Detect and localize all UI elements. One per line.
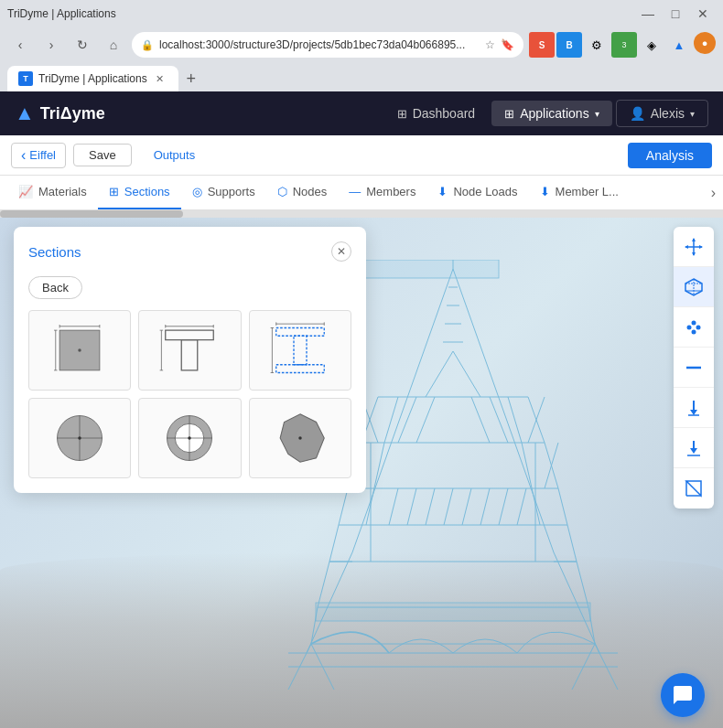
download-icon (684, 438, 704, 458)
section-card-square[interactable] (28, 310, 131, 391)
address-bar[interactable]: 🔒 localhost:3000/structure3D/projects/5d… (132, 32, 523, 58)
section-card-custom[interactable] (249, 398, 351, 478)
sections-label: Sections (124, 185, 170, 198)
minimize-button[interactable]: — (635, 4, 661, 24)
svg-line-15 (339, 488, 348, 525)
dashboard-icon: ⊞ (397, 107, 407, 121)
svg-point-111 (692, 329, 696, 334)
svg-rect-78 (276, 328, 325, 337)
reload-button[interactable]: ↻ (70, 32, 95, 58)
line-tool-button[interactable] (674, 348, 714, 388)
tab-close-button[interactable]: ✕ (153, 71, 167, 86)
project-name: Eiffel (29, 148, 56, 162)
back-nav-button[interactable]: ‹ (7, 32, 33, 58)
user-icon: 👤 (630, 106, 645, 121)
applications-nav-btn[interactable]: ⊞ Applications ▾ (491, 101, 612, 126)
extension-icon-6[interactable]: ▲ (666, 32, 692, 58)
extension-icon-2[interactable]: B (556, 32, 582, 58)
tab-materials[interactable]: 📈 Materials (7, 176, 98, 209)
tabs-scroll-right[interactable]: › (711, 185, 716, 201)
circle-shape-svg (48, 406, 112, 470)
panel-header: Sections ✕ (28, 241, 351, 262)
section-card-t[interactable] (138, 310, 241, 391)
tab-favicon: T (18, 71, 33, 86)
materials-label: Materials (38, 185, 87, 198)
project-back-btn[interactable]: ‹ Eiffel (11, 143, 66, 168)
extension-icon-1[interactable]: S (529, 32, 555, 58)
svg-line-52 (426, 488, 435, 525)
bookmark-icon[interactable]: 🔖 (501, 38, 514, 51)
save-button[interactable]: Save (73, 144, 132, 166)
svg-line-0 (352, 269, 453, 552)
i-shape-svg (268, 318, 332, 382)
panel-close-button[interactable]: ✕ (331, 241, 351, 262)
panel-back-button[interactable]: Back (28, 276, 82, 299)
extension-icon-7[interactable]: ● (694, 32, 716, 54)
svg-line-57 (517, 488, 526, 525)
new-tab-button[interactable]: + (178, 66, 204, 91)
app-logo: ▲ TriΔyme (15, 102, 105, 125)
svg-point-108 (687, 325, 692, 329)
download-button[interactable] (674, 428, 714, 468)
hollow-circle-shape-svg (157, 406, 221, 470)
load-down-button[interactable] (674, 388, 714, 428)
address-icons: ☆ 🔖 (485, 38, 514, 51)
section-view-button[interactable] (674, 468, 714, 509)
tab-nodes[interactable]: ⬡ Nodes (266, 176, 339, 209)
home-button[interactable]: ⌂ (101, 32, 126, 58)
analysis-button[interactable]: Analysis (628, 143, 712, 168)
svg-line-54 (462, 488, 471, 525)
move-tool-icon (684, 237, 704, 257)
svg-rect-71 (182, 340, 199, 370)
user-nav-btn[interactable]: 👤 Alexis ▾ (616, 100, 708, 127)
forward-nav-button[interactable]: › (38, 32, 64, 58)
tab-members[interactable]: — Members (338, 176, 426, 209)
outputs-button[interactable]: Outputs (139, 145, 210, 166)
svg-point-69 (78, 348, 81, 352)
dashboard-nav-btn[interactable]: ⊞ Dashboard (384, 101, 489, 126)
right-toolbar (674, 227, 714, 509)
member-loads-label: Member L... (556, 185, 619, 198)
tab-node-loads[interactable]: ⬇ Node Loads (426, 176, 528, 209)
tabs-bar: 📈 Materials ⊞ Sections ◎ Supports ⬡ Node… (0, 176, 723, 210)
svg-line-16 (329, 525, 339, 562)
section-card-hollow-circle[interactable] (138, 398, 241, 478)
points-tool-button[interactable] (674, 307, 714, 348)
extension-icon-4[interactable]: 3 (611, 32, 637, 58)
svg-rect-80 (276, 365, 325, 373)
svg-marker-103 (699, 245, 703, 249)
maximize-button[interactable]: □ (663, 4, 688, 24)
supports-label: Supports (208, 185, 255, 198)
svg-line-2 (453, 269, 554, 552)
svg-marker-100 (692, 238, 696, 241)
active-tab[interactable]: T TriDyme | Applications ✕ (7, 66, 178, 91)
svg-line-23 (558, 488, 567, 525)
chat-button[interactable] (661, 673, 705, 717)
extension-icon-5[interactable]: ◈ (639, 32, 664, 58)
chat-icon (672, 684, 694, 706)
tab-member-loads[interactable]: ⬇ Member L... (529, 176, 630, 209)
section-view-icon (684, 478, 704, 498)
panel-title: Sections (28, 244, 81, 260)
tab-supports[interactable]: ◎ Supports (181, 176, 266, 209)
section-card-circle[interactable] (28, 398, 131, 478)
svg-line-25 (577, 562, 588, 607)
star-icon[interactable]: ☆ (485, 38, 495, 51)
section-card-i[interactable] (249, 310, 351, 391)
svg-line-53 (444, 488, 453, 525)
logo-icon: ▲ (15, 102, 35, 125)
svg-line-30 (426, 351, 453, 397)
points-tool-icon (684, 317, 704, 337)
nodes-label: Nodes (293, 185, 328, 198)
extension-icon-3[interactable]: ⚙ (584, 32, 610, 58)
tab-sections[interactable]: ⊞ Sections (98, 176, 181, 209)
window-titlebar: TriDyme | Applications — □ ✕ (0, 0, 723, 27)
scrollbar-thumb[interactable] (0, 210, 183, 218)
nodes-icon: ⬡ (277, 185, 287, 198)
close-button[interactable]: ✕ (690, 4, 716, 24)
horizontal-scrollbar[interactable] (0, 210, 723, 218)
cube-tool-button[interactable] (674, 267, 714, 307)
move-tool-button[interactable] (674, 227, 714, 267)
svg-rect-79 (294, 336, 307, 365)
square-shape-svg (48, 318, 112, 382)
